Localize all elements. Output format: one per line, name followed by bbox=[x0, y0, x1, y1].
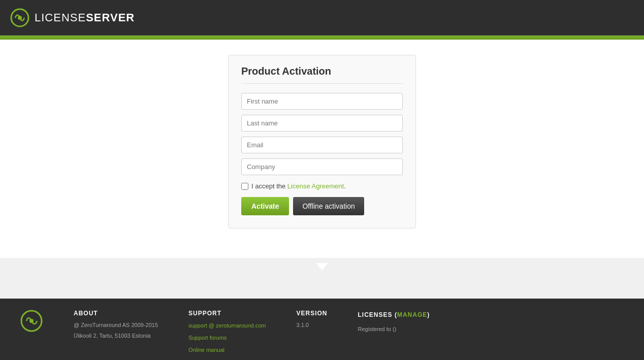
footer-manage-link[interactable]: MANAGE bbox=[397, 312, 427, 318]
activation-card: Product Activation I accept the License … bbox=[228, 55, 416, 228]
footer-version: VERSION 3.1.0 bbox=[297, 310, 328, 330]
accent-bar bbox=[0, 36, 644, 40]
gray-spacer bbox=[0, 258, 644, 299]
button-row: Activate Offline activation bbox=[241, 197, 403, 215]
email-group bbox=[241, 137, 403, 153]
footer-licenses: LICENSES (MANAGE) Registered to () bbox=[358, 310, 430, 333]
first-name-input[interactable] bbox=[241, 93, 403, 110]
caret-down-icon bbox=[316, 263, 328, 270]
last-name-group bbox=[241, 115, 403, 132]
card-title: Product Activation bbox=[241, 66, 403, 84]
main-content: Product Activation I accept the License … bbox=[0, 40, 644, 258]
footer-version-heading: VERSION bbox=[297, 310, 328, 317]
svg-point-3 bbox=[29, 319, 34, 323]
footer: ABOUT @ ZeroTurnaround AS 2009-2015 Ülik… bbox=[0, 299, 644, 360]
footer-about-line2: Ülikooli 2, Tartu, 51003 Estonia bbox=[74, 332, 158, 340]
footer-support-heading: SUPPORT bbox=[188, 310, 266, 317]
footer-about-line1: @ ZeroTurnaround AS 2009-2015 bbox=[74, 321, 158, 330]
license-label[interactable]: I accept the License Agreement. bbox=[251, 182, 346, 190]
license-agreement-row: I accept the License Agreement. bbox=[241, 182, 403, 190]
license-agreement-link[interactable]: License Agreement bbox=[287, 182, 344, 190]
footer-about-heading: ABOUT bbox=[74, 310, 158, 317]
last-name-input[interactable] bbox=[241, 115, 403, 132]
footer-version-value: 3.1.0 bbox=[297, 321, 328, 330]
header: LICENSESERVER bbox=[0, 0, 644, 36]
footer-support-forums[interactable]: Support forums bbox=[188, 333, 266, 343]
footer-registered-text: Registered to () bbox=[358, 325, 430, 334]
footer-support: SUPPORT support @ zeroturnaround.com Sup… bbox=[188, 310, 266, 355]
footer-online-manual[interactable]: Online manual bbox=[188, 345, 266, 355]
footer-licenses-heading: LICENSES (MANAGE) bbox=[358, 310, 430, 321]
logo: LICENSESERVER bbox=[10, 8, 135, 27]
logo-text: LICENSESERVER bbox=[35, 11, 135, 24]
first-name-group bbox=[241, 93, 403, 110]
footer-logo-icon bbox=[20, 310, 43, 333]
activate-button[interactable]: Activate bbox=[241, 197, 289, 215]
offline-activation-button[interactable]: Offline activation bbox=[293, 197, 364, 215]
company-input[interactable] bbox=[241, 158, 403, 175]
license-checkbox[interactable] bbox=[241, 183, 248, 190]
svg-point-1 bbox=[18, 16, 22, 20]
footer-about: ABOUT @ ZeroTurnaround AS 2009-2015 Ülik… bbox=[74, 310, 158, 340]
logo-icon bbox=[10, 8, 29, 27]
footer-support-email[interactable]: support @ zeroturnaround.com bbox=[188, 321, 266, 331]
email-input[interactable] bbox=[241, 137, 403, 153]
company-group bbox=[241, 158, 403, 175]
